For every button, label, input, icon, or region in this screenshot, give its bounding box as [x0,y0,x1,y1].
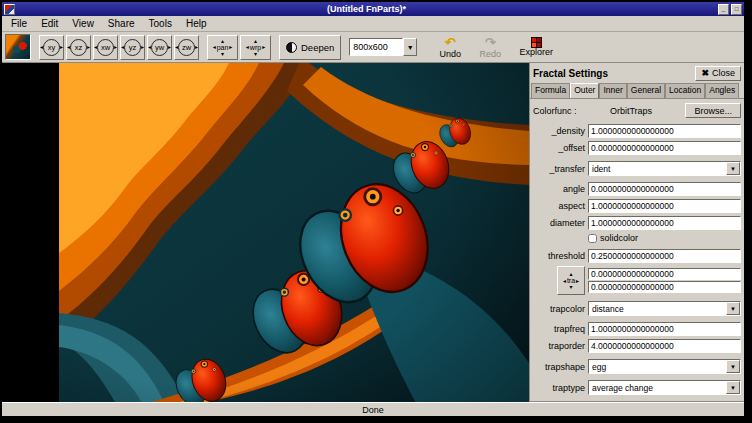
pan-pad-label: pan [217,44,229,51]
panel-body: Colorfunc : OrbitTraps Browse... _densit… [530,98,744,402]
density-label: _density [533,126,585,136]
menu-item-file[interactable]: File [4,17,34,30]
warp-left-icon[interactable]: ◂ [246,44,249,50]
chevron-down-icon: ▼ [407,44,414,51]
fractal-image[interactable] [59,63,529,402]
resolution-value[interactable]: 800x600 [349,38,403,56]
undo-button[interactable]: ↶ Undo [431,33,469,62]
preview-thumbnail[interactable] [5,34,31,60]
angle-row: angle [533,182,741,196]
traptype-row: traptype average change ▼ [533,380,741,395]
resolution-dropdown-button[interactable]: ▼ [403,38,417,56]
transfer-row: _transfer ident ▼ [533,161,741,176]
tab-location[interactable]: Location [665,83,705,98]
trapfreq-input[interactable] [588,322,741,336]
traporder-input[interactable] [588,339,741,353]
main-content: Fractal Settings ✖ Close Formula Outer I… [2,63,744,402]
window-menu-button[interactable] [4,4,15,15]
tab-outer[interactable]: Outer [570,83,599,98]
diameter-input[interactable] [588,216,741,230]
density-input[interactable] [588,124,741,138]
tab-general[interactable]: General [627,83,665,98]
rotate-xy-button[interactable]: xy [39,35,64,60]
tab-angles[interactable]: Angles [705,83,739,98]
warp-down-icon[interactable]: ▾ [254,51,257,57]
menu-bar: File Edit View Share Tools Help [2,16,744,32]
rotate-xz-button[interactable]: xz [66,35,91,60]
fractal-canvas[interactable] [2,63,529,402]
angle-label: angle [533,184,585,194]
menu-item-view[interactable]: View [65,17,101,30]
panel-tabs: Formula Outer Inner General Location Ang… [530,83,744,98]
pan-pad[interactable]: ▴ ◂ pan ▸ ▾ [207,35,238,60]
transfer-value: ident [589,164,726,174]
rotate-xz-label: xz [70,39,87,56]
trapcolor-row: trapcolor distance ▼ [533,301,741,316]
traptype-select[interactable]: average change ▼ [588,380,741,395]
deepen-button[interactable]: Deepen [279,35,341,60]
warp-right-icon[interactable]: ▸ [262,44,265,50]
tra-left-icon[interactable]: ◂ [563,278,566,284]
maximize-button[interactable]: □ [731,4,742,15]
offset-input[interactable] [588,141,741,155]
offset-label: _offset [533,143,585,153]
close-icon: ✖ [701,68,709,78]
menu-item-tools[interactable]: Tools [142,17,179,30]
rotate-xw-label: xw [97,39,114,56]
pan-right-icon[interactable]: ▸ [229,44,232,50]
minimize-button[interactable]: _ [718,4,729,15]
tra-pad[interactable]: ▴ ◂ tra ▸ ▾ [557,266,585,295]
chevron-down-icon: ▼ [730,166,736,172]
transfer-select[interactable]: ident ▼ [588,161,741,176]
trapcolor-dropdown-button[interactable]: ▼ [726,302,740,315]
rotate-xw-button[interactable]: xw [93,35,118,60]
trapshape-dropdown-button[interactable]: ▼ [726,360,740,373]
rotate-zw-button[interactable]: zw [174,35,199,60]
browse-button[interactable]: Browse... [685,103,741,118]
pan-down-icon[interactable]: ▾ [221,51,224,57]
aspect-row: aspect [533,199,741,213]
diameter-label: diameter [533,218,585,228]
tab-formula[interactable]: Formula [531,83,570,98]
explorer-button[interactable]: Explorer [517,33,555,62]
tra-down-icon[interactable]: ▾ [569,284,572,290]
deepen-icon [286,42,297,53]
aspect-input[interactable] [588,199,741,213]
tra-pad-label: tra [567,277,575,284]
toolbar: xy xz xw yz yw zw ▴ ◂ pan ▸ ▾ ▴ [2,32,744,63]
threshold-input[interactable] [588,249,741,263]
threshold-label: threshold [533,251,585,261]
chevron-down-icon: ▼ [730,364,736,370]
tab-inner[interactable]: Inner [599,83,626,98]
menu-item-help[interactable]: Help [179,17,214,30]
resolution-combo[interactable]: 800x600 ▼ [349,38,417,56]
tra-input-1[interactable] [588,268,741,280]
pan-left-icon[interactable]: ◂ [213,44,216,50]
trapshape-label: trapshape [533,362,585,372]
deepen-label: Deepen [301,42,334,53]
transfer-dropdown-button[interactable]: ▼ [726,162,740,175]
colorfunc-label: Colorfunc : [533,106,577,116]
chevron-down-icon: ▼ [730,385,736,391]
trapcolor-select[interactable]: distance ▼ [588,301,741,316]
panel-header: Fractal Settings ✖ Close [530,63,744,83]
trapshape-select[interactable]: egg ▼ [588,359,741,374]
menu-item-edit[interactable]: Edit [34,17,65,30]
rotate-yz-button[interactable]: yz [120,35,145,60]
rotate-xy-label: xy [43,39,60,56]
traptype-label: traptype [533,383,585,393]
undo-icon: ↶ [445,36,456,50]
tra-input-2[interactable] [588,281,741,293]
solidcolor-checkbox[interactable] [588,234,597,243]
tra-inputs [588,268,741,293]
warp-pad[interactable]: ▴ ◂ wrp ▸ ▾ [240,35,271,60]
menu-item-share[interactable]: Share [101,17,142,30]
offset-row: _offset [533,141,741,155]
rotate-yw-button[interactable]: yw [147,35,172,60]
angle-input[interactable] [588,182,741,196]
traptype-dropdown-button[interactable]: ▼ [726,381,740,394]
close-button[interactable]: ✖ Close [695,66,741,81]
trapcolor-value: distance [589,304,726,314]
tra-right-icon[interactable]: ▸ [576,278,579,284]
colorfunc-value: OrbitTraps [580,106,683,116]
